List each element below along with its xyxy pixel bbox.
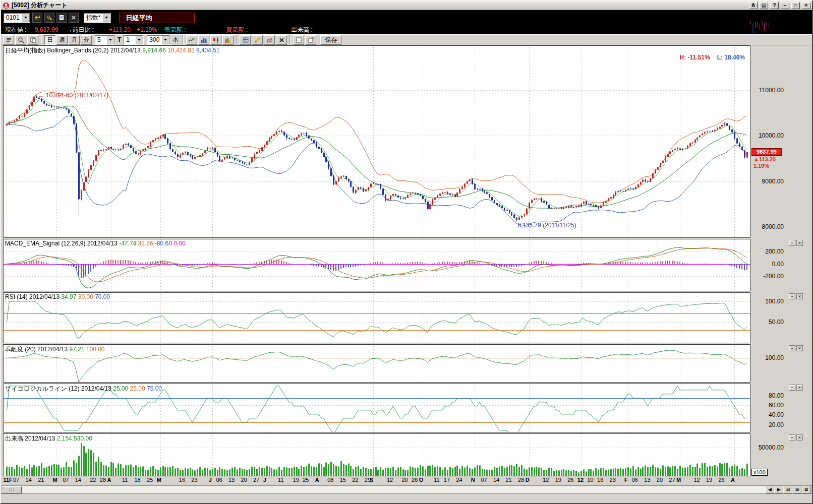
clear-button[interactable]: [69, 13, 79, 23]
delete-drawing-button[interactable]: [276, 35, 287, 45]
x-axis-label: 24: [456, 477, 462, 483]
bars-select[interactable]: 300: [147, 35, 170, 45]
x-axis-label: 26: [567, 477, 573, 483]
grid-button[interactable]: [240, 35, 251, 45]
new-window-button[interactable]: [305, 35, 316, 45]
panel-psychological: サイコロジカルライン (12) 2012/04/13 25.00 25.00 7…: [3, 384, 812, 432]
erase-button[interactable]: [264, 35, 275, 45]
volume-canvas[interactable]: [4, 434, 750, 476]
return-arrow-icon: [34, 15, 40, 21]
x-axis-label: 06: [632, 477, 638, 483]
macd-canvas[interactable]: [4, 239, 750, 291]
y-axis-label: 20.00: [751, 421, 784, 428]
line-chart-button[interactable]: [186, 35, 197, 45]
day-change-percent: +1.19%: [137, 26, 157, 33]
y-axis-label: 50.00: [751, 319, 784, 326]
period-month-button[interactable]: 月: [69, 35, 80, 45]
psychological-panel-title: サイコロジカルライン (12) 2012/04/13 25.00 25.00 7…: [5, 385, 162, 393]
indicator-value: 2,154,530.00: [57, 435, 92, 442]
zoom-button[interactable]: [15, 35, 26, 45]
scrollbar-thumb[interactable]: [2, 486, 22, 493]
macd-panel-title: MACD_EMA_Signal (12,26,9) 2012/04/13 -47…: [5, 240, 186, 247]
period-minute-button[interactable]: 分: [81, 35, 92, 45]
bars-dropdown[interactable]: [161, 36, 169, 44]
stock-code-combo[interactable]: 0101: [4, 13, 30, 23]
period-week-button[interactable]: 週: [56, 35, 68, 45]
volume-plot: 出来高 2012/04/13 2,154,530.00: [3, 433, 750, 476]
close-button[interactable]: ×: [802, 2, 810, 9]
maximize-button[interactable]: □: [791, 2, 800, 9]
x-axis-label: J: [209, 477, 212, 483]
chart-area: 日経平均(指数) Bollinger_Bands (20,2) 2012/04/…: [1, 45, 812, 484]
rsi-canvas[interactable]: [4, 293, 750, 343]
scrollbar-button-3[interactable]: ⊞: [793, 486, 801, 493]
minute-select[interactable]: 5: [95, 35, 115, 45]
font-button[interactable]: A: [749, 2, 758, 9]
tick-select[interactable]: 1: [124, 35, 144, 45]
minimize-button[interactable]: −: [781, 2, 789, 9]
panel-close-button[interactable]: ×: [796, 240, 803, 246]
grip-icon: [10, 488, 14, 492]
scrollbar-button-1[interactable]: ▶: [775, 486, 783, 493]
x-axis-label: 27: [253, 477, 259, 483]
copy-chart-button[interactable]: [27, 35, 38, 45]
annotation-high-price: ← 10,891.60 (2011/02/17): [38, 92, 108, 99]
x-axis-label: M: [53, 477, 57, 483]
panel-close-button[interactable]: ×: [796, 293, 803, 299]
x-axis-label: S: [370, 477, 373, 483]
y-axis-label: 9000.00: [751, 178, 784, 185]
scrollbar-button-0[interactable]: ◀: [766, 486, 774, 493]
indicator-value: 25.00: [130, 385, 147, 392]
panel-minimize-button[interactable]: −: [789, 345, 795, 351]
x-axis-label: A: [731, 477, 735, 483]
indicator-label: サイコロジカルライン (12) 2012/04/13: [5, 385, 113, 392]
memo-button[interactable]: [56, 13, 67, 23]
note-icon: [59, 15, 65, 21]
y-axis-label: 8000.00: [751, 223, 784, 230]
symbol-toolbar: 0101 指数* 日経平均: [1, 10, 812, 25]
macd-axis: 200.000.00-200.00−×: [750, 239, 812, 291]
stock-code-dropdown[interactable]: [22, 14, 30, 22]
panel-minimize-button[interactable]: −: [789, 293, 795, 299]
panel-minimize-button[interactable]: −: [789, 434, 795, 440]
scrollbar-button-2[interactable]: ⊟: [784, 486, 792, 493]
x-axis-label: 20: [657, 477, 663, 483]
horizontal-scrollbar[interactable]: ◀▶⊟⊞⊠: [1, 485, 812, 494]
enter-code-button[interactable]: [32, 13, 42, 23]
kairi-canvas[interactable]: [4, 345, 750, 382]
layout-button[interactable]: [293, 35, 304, 45]
panel-close-button[interactable]: ×: [796, 385, 803, 391]
key-icon: [46, 15, 52, 21]
x-axis-label: J: [263, 477, 266, 483]
compare-chart-button[interactable]: [222, 35, 234, 45]
main-chart-canvas[interactable]: [4, 46, 750, 237]
save-button[interactable]: 保存: [320, 35, 341, 45]
bars-unit-label: 本: [172, 36, 179, 44]
x-axis-label: 19: [293, 477, 299, 483]
panel-minimize-button[interactable]: −: [789, 385, 795, 391]
panel-close-button[interactable]: ×: [796, 434, 803, 440]
main-panel-title: 日経平均(指数) Bollinger_Bands (20,2) 2012/04/…: [5, 46, 220, 55]
x-axis-label: 12: [387, 477, 393, 483]
stock-code-value: 0101: [4, 14, 22, 21]
index-type-combo[interactable]: 指数*: [84, 13, 111, 23]
bar-chart-button[interactable]: [198, 35, 209, 45]
x-axis-label: 28: [518, 477, 524, 483]
scrollbar-button-4[interactable]: ⊠: [802, 486, 810, 493]
indicator-value: 75.00: [147, 385, 162, 392]
draw-button[interactable]: [252, 35, 263, 45]
panel-close-button[interactable]: ×: [796, 345, 803, 351]
candle-chart-button[interactable]: [210, 35, 221, 45]
index-type-dropdown[interactable]: [102, 14, 110, 22]
window-title: [5002] 分析チャート: [12, 1, 68, 10]
style-button[interactable]: ▤: [760, 2, 768, 9]
tick-dropdown[interactable]: [135, 36, 143, 44]
chart-tool-button[interactable]: [3, 35, 14, 45]
y-axis-label: 100.00: [751, 298, 784, 305]
panel-minimize-button[interactable]: −: [789, 240, 795, 246]
register-button[interactable]: [44, 13, 54, 23]
minute-dropdown[interactable]: [106, 36, 114, 44]
x-axis-label: 13: [228, 477, 235, 483]
help-button[interactable]: ?: [770, 2, 779, 9]
period-day-button[interactable]: 日: [44, 35, 55, 45]
